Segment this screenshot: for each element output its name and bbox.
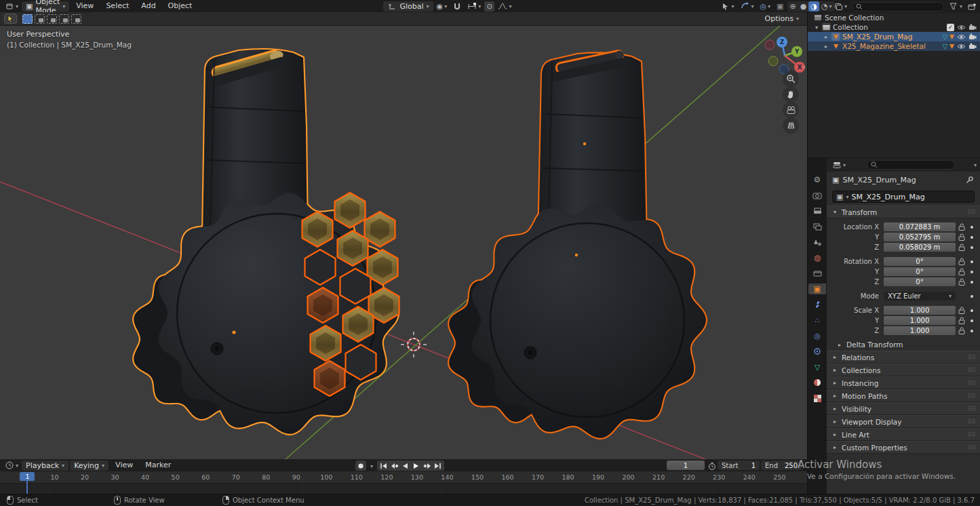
animate-dot[interactable] [971, 246, 973, 249]
select-mode-invert-button[interactable] [59, 14, 69, 24]
gizmo-axis-neg-x[interactable] [765, 40, 775, 50]
tab-render[interactable] [808, 190, 826, 201]
tab-object[interactable]: ▣ [808, 284, 826, 294]
menu-add[interactable]: Add [136, 0, 161, 12]
collection-render-camera-icon[interactable] [968, 22, 977, 32]
shading-wireframe-button[interactable]: ⊕ [787, 1, 798, 12]
menu-view[interactable]: View [71, 0, 99, 12]
tab-constraints[interactable] [808, 346, 826, 357]
pivot-point-dropdown[interactable]: ◉▾ [435, 1, 450, 12]
playhead-line[interactable] [26, 480, 28, 494]
animate-dot[interactable] [971, 295, 973, 298]
animate-dot[interactable] [971, 260, 973, 263]
menu-object[interactable]: Object [163, 0, 198, 12]
tab-world[interactable]: ◍ [808, 252, 826, 263]
current-frame-field[interactable]: 1 [667, 461, 705, 470]
drum-mag-left-active[interactable] [134, 48, 399, 434]
object-1-hide-eye-icon[interactable] [956, 41, 966, 51]
proportional-falloff-dropdown[interactable]: ▾ [496, 1, 513, 12]
drum-mag-right-selected[interactable] [449, 49, 706, 438]
gizmo-axis-neg-y[interactable] [768, 56, 778, 66]
object-type-visibility-dropdown[interactable]: ▾ [718, 1, 736, 12]
scene-3d[interactable]: ZYX [0, 26, 807, 459]
timeline-track[interactable] [0, 483, 807, 494]
tab-texture[interactable] [808, 393, 826, 404]
panel-viewport-display[interactable]: ▸Viewport Display⠿⠿ [827, 415, 980, 428]
outliner-row-collection[interactable]: ▾ Collection ✓ [808, 22, 980, 32]
new-collection-button[interactable] [967, 2, 977, 12]
timeline-menu-view[interactable]: View [110, 459, 138, 471]
end-frame-field[interactable]: End250 [761, 461, 802, 470]
gizmos-dropdown[interactable]: ▾ [738, 1, 756, 12]
field-location-z[interactable]: Z0.058029 m [827, 242, 980, 252]
animate-dot[interactable] [971, 319, 973, 322]
select-mode-intersect-button[interactable] [71, 14, 81, 24]
collection-hide-eye-icon[interactable] [956, 22, 966, 32]
menu-select[interactable]: Select [100, 0, 134, 12]
object-0-hide-eye-icon[interactable] [956, 32, 966, 41]
panel-instancing[interactable]: ▸Instancing⠿⠿ [827, 376, 980, 389]
lock-icon[interactable] [958, 278, 965, 286]
shading-material-button[interactable]: ◑ [808, 1, 819, 12]
field-scale-x[interactable]: Scale X1.000 [827, 305, 980, 315]
field-scale-z[interactable]: Z1.000 [827, 326, 980, 336]
collection-expand-icon[interactable]: ▾ [813, 24, 820, 31]
tab-object-data[interactable]: ▽ [808, 362, 826, 372]
outliner-row-object-1[interactable]: ▸ ▼ X25_Magazine_Skeletal ▽ ▼ [808, 41, 980, 51]
object-0-render-camera-icon[interactable] [968, 32, 977, 41]
field-rotation-mode[interactable]: ModeXYZ Euler▾ [827, 291, 980, 301]
pin-icon[interactable] [965, 175, 975, 184]
field-rotation-y[interactable]: Y0° [827, 267, 980, 277]
lock-icon[interactable] [958, 268, 965, 275]
zoom-button[interactable] [783, 71, 799, 87]
snap-target-dropdown[interactable]: ▾ [465, 1, 483, 12]
prev-keyframe-button[interactable] [390, 461, 399, 470]
panel-motion-paths[interactable]: ▸Motion Paths⠿⠿ [827, 389, 980, 402]
object-0-expand-icon[interactable]: ▸ [823, 34, 829, 40]
panel-custom-properties[interactable]: ▸Custom Properties⠿⠿ [827, 441, 980, 454]
shading-solid-button[interactable]: ● [798, 1, 809, 12]
tab-view-layer[interactable] [808, 221, 826, 232]
outliner-search-input[interactable] [852, 2, 944, 12]
panel-collections[interactable]: ▸Collections⠿⠿ [827, 364, 980, 376]
proportional-editing-toggle[interactable]: ⊙ [484, 1, 494, 12]
lock-icon[interactable] [958, 327, 965, 334]
jump-to-end-button[interactable] [433, 461, 442, 470]
animate-dot[interactable] [971, 281, 973, 284]
pan-hand-button[interactable] [783, 86, 799, 102]
properties-options-dropdown[interactable]: ▾ [974, 162, 977, 168]
properties-editor-type-button[interactable]: ▾ [830, 160, 848, 170]
tab-collection[interactable] [808, 268, 826, 279]
keying-dropdown[interactable]: Keying▾ [70, 461, 109, 471]
object-1-expand-icon[interactable]: ▸ [823, 43, 829, 50]
outliner-filter-dropdown[interactable]: ▾ [947, 1, 964, 12]
select-mode-set-button[interactable] [22, 14, 33, 24]
overlays-dropdown[interactable]: ◎▾ [758, 1, 772, 12]
panel-transform-header[interactable]: ▾Transform⠿⠿ [827, 206, 980, 218]
field-location-y[interactable]: Y0.052795 m [827, 232, 980, 242]
lock-icon[interactable] [958, 317, 965, 324]
mode-dropdown[interactable]: ▣ Object Mode ▾ [22, 1, 69, 12]
outliner-row-scene-collection[interactable]: Scene Collection [808, 13, 980, 22]
select-mode-extend-button[interactable] [35, 14, 45, 24]
timeline-editor-type-button[interactable]: ▾ [3, 461, 20, 471]
tab-modifiers[interactable] [808, 299, 826, 310]
select-mode-subtract-button[interactable] [47, 14, 57, 24]
object-name-field[interactable]: ▣ ▾ SM_X25_Drum_Mag [832, 191, 975, 203]
lock-icon[interactable] [958, 307, 965, 314]
animate-dot[interactable] [971, 271, 973, 273]
jump-to-start-button[interactable] [379, 461, 388, 470]
use-preview-range-stopwatch-icon[interactable] [707, 461, 717, 471]
collection-checkbox[interactable]: ✓ [947, 24, 954, 31]
field-location-x[interactable]: Location X0.072883 m [827, 222, 980, 232]
panel-relations[interactable]: ▸Relations⠿⠿ [827, 351, 980, 364]
tab-physics[interactable]: ◎ [808, 330, 826, 341]
playback-dropdown[interactable]: Playback▾ [22, 461, 68, 471]
tab-particles[interactable]: ∴ [808, 315, 826, 326]
play-reverse-button[interactable] [401, 461, 410, 470]
tab-scene[interactable] [808, 237, 826, 248]
auto-keyframe-record-button[interactable] [355, 461, 366, 471]
outliner-row-object-0[interactable]: ▸ ▼ SM_X25_Drum_Mag ▽ ▼ [808, 32, 980, 41]
panel-line-art[interactable]: ▸Line Art⠿⠿ [827, 428, 980, 441]
orthographic-toggle-button[interactable] [783, 117, 799, 134]
